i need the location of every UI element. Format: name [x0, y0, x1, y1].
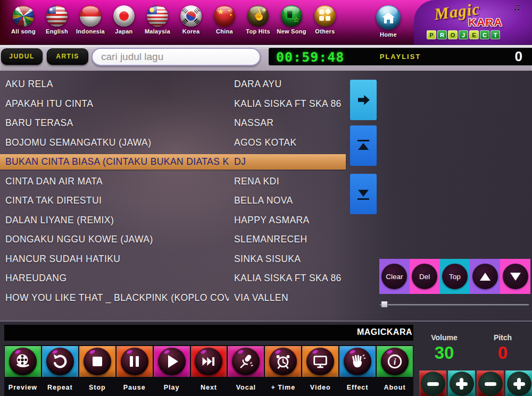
- search-input[interactable]: [92, 48, 261, 66]
- nav-korea[interactable]: Korea: [179, 5, 203, 35]
- song-row[interactable]: AKU RELA DARA AYU: [0, 74, 346, 94]
- marquee-text: MAGICKARA: [357, 327, 412, 337]
- pitch-minus-button[interactable]: [477, 370, 504, 396]
- next-page-button[interactable]: [350, 80, 377, 120]
- nav-malaysia[interactable]: Malaysia: [146, 5, 169, 35]
- nav-label: Korea: [182, 28, 200, 35]
- song-artist: VIA VALLEN: [229, 288, 346, 308]
- about-button[interactable]: i About: [377, 346, 413, 396]
- volume-minus-button[interactable]: [419, 370, 446, 396]
- globe-flags-icon: [13, 5, 34, 27]
- english-flag-icon: ★: [46, 5, 68, 27]
- move-up-button[interactable]: [470, 259, 500, 294]
- pitch-value: 0: [473, 343, 532, 363]
- video-button[interactable]: Video: [302, 346, 338, 396]
- preview-button[interactable]: Preview: [5, 346, 41, 396]
- song-artist: KALIA SISKA FT SKA 86: [229, 94, 346, 114]
- project-tile: O: [448, 30, 458, 39]
- volume-plus-button[interactable]: [448, 370, 475, 396]
- nav-label: Indonesia: [76, 28, 105, 35]
- nav-home[interactable]: Home: [375, 5, 402, 38]
- stop-button[interactable]: Stop: [79, 346, 115, 396]
- nav-indonesia[interactable]: Indonesia: [79, 5, 102, 35]
- playlist-count: 0: [515, 48, 522, 65]
- page-up-button[interactable]: [350, 125, 377, 166]
- korea-flag-icon: [180, 5, 202, 27]
- song-artist: SLEMANRECEH: [229, 230, 346, 249]
- song-row[interactable]: CINTA DAN AIR MATA RENA KDI: [0, 172, 346, 191]
- top-label: Top: [449, 273, 461, 281]
- effect-button[interactable]: Effect: [339, 346, 376, 396]
- page-down-button[interactable]: [350, 174, 377, 214]
- song-row[interactable]: CINTA TAK DIRESTUI BELLA NOVA: [0, 191, 346, 210]
- song-artist: DARA AYU: [229, 74, 346, 94]
- logo-kara-text: KARA: [468, 16, 503, 29]
- nav-label: China: [216, 28, 233, 35]
- seek-slider[interactable]: [380, 301, 529, 308]
- project-tile: R: [437, 30, 447, 39]
- nav-label: English: [46, 28, 68, 35]
- pitch-plus-button[interactable]: [505, 370, 532, 396]
- category-nav: All song ★ English Indonesia Japan Malay…: [12, 5, 402, 38]
- song-title: BOJOMU SEMANGATKU (JAWA): [0, 133, 229, 153]
- up-triangle-icon: [480, 273, 491, 281]
- svg-text:i: i: [394, 357, 396, 367]
- book-star-icon: ☆: [281, 5, 302, 27]
- repeat-button[interactable]: Repeat: [42, 346, 78, 396]
- search-strip: JUDUL ARTIS 00:59:48 PLAYLIST 0: [0, 45, 532, 71]
- nav-english[interactable]: ★ English: [45, 5, 69, 35]
- song-row[interactable]: HOW YOU LIKE THAT _ BLACKPINK (KOPLO COV…: [0, 288, 346, 308]
- song-row[interactable]: BOJOMU SEMANGATKU (JAWA) AGOS KOTAK: [0, 133, 346, 153]
- nav-all-song[interactable]: All song: [12, 5, 35, 35]
- status-panel: 00:59:48 PLAYLIST 0: [269, 48, 532, 65]
- clear-label: Clear: [386, 273, 403, 281]
- pause-button[interactable]: Pause: [117, 346, 153, 396]
- nav-label: Home: [380, 31, 397, 38]
- project-tile: T: [491, 30, 500, 39]
- song-row[interactable]: HANCUR SUDAH HATIKU SINKA SISUKA: [0, 249, 346, 269]
- microphone-icon: [237, 353, 254, 370]
- vocal-button[interactable]: Vocal: [228, 346, 264, 396]
- song-title: CINTA TAK DIRESTUI: [0, 191, 229, 210]
- song-artist: BELLA NOVA: [229, 191, 346, 210]
- squares-grid-icon: [314, 5, 336, 27]
- judul-tab[interactable]: JUDUL: [1, 48, 43, 65]
- film-reel-icon: [14, 352, 32, 370]
- plus-time-button[interactable]: + Time: [265, 346, 301, 396]
- marquee-bar: MAGICKARA: [4, 325, 413, 341]
- song-row[interactable]: BUKAN CINTA BIASA (CINTAKU BUKAN DIATAS …: [0, 154, 346, 170]
- nav-top-hits[interactable]: ☝★ Top Hits: [246, 5, 270, 35]
- song-row[interactable]: BARU TERASA NASSAR: [0, 113, 346, 133]
- project-tile: P: [427, 30, 436, 39]
- song-row[interactable]: DALAN LIYANE (REMIX) HAPPY ASMARA: [0, 210, 346, 230]
- nav-new-song[interactable]: ☆ New Song: [280, 5, 303, 35]
- song-title: HOW YOU LIKE THAT _ BLACKPINK (KOPLO COV: [0, 288, 229, 308]
- del-button[interactable]: Del: [410, 259, 440, 294]
- logo-panel: Magic KARA ♫ P R O J E C T: [414, 0, 532, 45]
- top-button[interactable]: Top: [440, 259, 470, 294]
- move-down-button[interactable]: [500, 259, 530, 294]
- clear-button[interactable]: Clear: [379, 259, 410, 294]
- bottom-control-panel: MAGICKARA Preview Repeat Stop Pa: [0, 321, 532, 396]
- home-icon: [376, 5, 401, 30]
- play-button[interactable]: Play: [154, 346, 190, 396]
- next-button[interactable]: Next: [191, 346, 227, 396]
- song-title: CINTA DAN AIR MATA: [0, 172, 229, 191]
- song-row[interactable]: APAKAH ITU CINTA KALIA SISKA FT SKA 86: [0, 94, 346, 114]
- slider-handle[interactable]: [381, 301, 388, 308]
- song-artist: KALIA SISKA FT SKA 86: [229, 268, 346, 288]
- mixer-panel: Volume Pitch 30 0: [414, 322, 532, 396]
- artis-tab[interactable]: ARTIS: [47, 48, 88, 65]
- song-title: HANCUR SUDAH HATIKU: [0, 249, 229, 269]
- nav-label: Japan: [115, 28, 132, 35]
- transport-bar: Preview Repeat Stop Pause Play: [4, 345, 413, 396]
- nav-japan[interactable]: Japan: [112, 5, 136, 35]
- song-row[interactable]: HAREUDANG KALIA SISKA FT SKA 86: [0, 268, 346, 288]
- playlist-label: PLAYLIST: [269, 53, 532, 61]
- song-row[interactable]: DONGAKU NGGU KOWE (JAWA) SLEMANRECEH: [0, 230, 346, 249]
- song-artist: AGOS KOTAK: [229, 133, 346, 153]
- nav-china[interactable]: ★★★ China: [213, 5, 236, 35]
- nav-others[interactable]: Others: [313, 5, 337, 35]
- slider-track[interactable]: [380, 304, 529, 306]
- china-flag-icon: ★★★: [214, 5, 235, 27]
